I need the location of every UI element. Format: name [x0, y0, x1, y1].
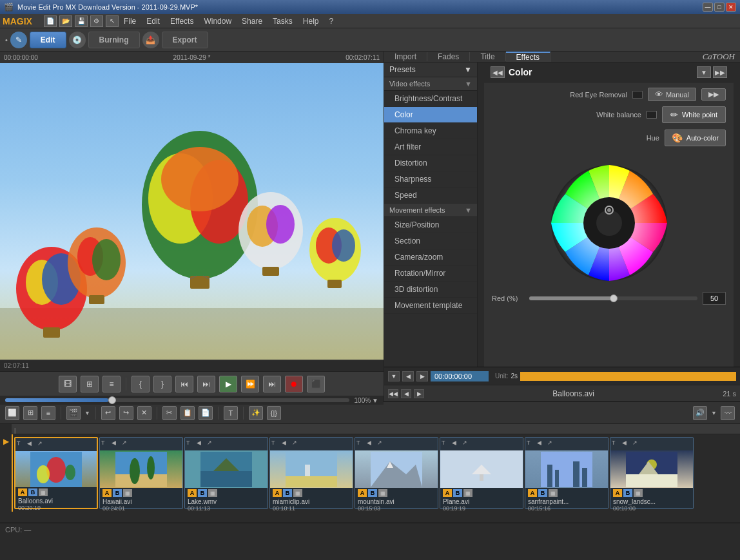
clip-expand-btn-h[interactable]: ↗	[122, 439, 131, 449]
forward-button[interactable]: ▶	[416, 371, 428, 381]
clip-audio-btn[interactable]: ◀	[27, 440, 36, 449]
white-balance-swatch[interactable]	[647, 111, 657, 119]
clip-text-btn-p[interactable]: T	[442, 439, 451, 449]
clip-lake[interactable]: T ◀ ↗	[184, 437, 268, 509]
clip-text-btn-l[interactable]: T	[186, 439, 195, 449]
clip-expand-btn-mt[interactable]: ↗	[377, 439, 386, 449]
clip-a-btn-sf[interactable]: A	[528, 489, 537, 497]
color-dropdown-button[interactable]: ▼	[697, 66, 711, 78]
clip-audio-btn-sn[interactable]: ◀	[622, 439, 631, 449]
skip-to-start-button[interactable]: ⏮	[175, 376, 193, 392]
cut-button[interactable]: ✂	[162, 406, 177, 420]
burning-mode-button[interactable]: Burning	[88, 32, 140, 48]
red-eye-checkbox[interactable]	[632, 91, 643, 99]
clip-b-btn-m[interactable]: B	[283, 489, 292, 497]
clip-text-btn-sf[interactable]: T	[527, 439, 536, 449]
clip-audio-btn-mt[interactable]: ◀	[367, 439, 376, 449]
effect-section[interactable]: Section	[384, 233, 477, 249]
edit-mode-icon[interactable]: ✎	[10, 32, 27, 48]
zoom-arrow[interactable]: ▼	[372, 397, 378, 404]
tab-fades[interactable]: Fades	[427, 52, 470, 61]
progress-track[interactable]	[5, 398, 349, 402]
copy-button[interactable]: 📋	[180, 406, 195, 420]
effect-3d-distortion[interactable]: 3D distortion	[384, 282, 477, 298]
preview-progress[interactable]: 100% ▼	[0, 396, 384, 405]
delete-button[interactable]: ✕	[137, 406, 151, 420]
effect-rotation-mirror[interactable]: Rotation/Mirror	[384, 266, 477, 282]
clip-sanfran[interactable]: T ◀ ↗	[525, 437, 609, 509]
volume-button[interactable]: 🔊	[693, 406, 707, 420]
mark-in-button[interactable]: {	[131, 376, 150, 392]
menu-help[interactable]: Help	[298, 15, 324, 27]
effect-size-position[interactable]: Size/Position	[384, 217, 477, 233]
new-button[interactable]: 📄	[44, 15, 57, 27]
mark-out-button[interactable]: }	[153, 376, 171, 392]
tab-effects[interactable]: Effects	[506, 52, 550, 62]
color-wheel-svg[interactable]	[548, 162, 670, 284]
effect-color[interactable]: Color	[384, 107, 477, 123]
menu-file[interactable]: File	[119, 15, 141, 27]
play-button[interactable]: ▶	[219, 376, 237, 392]
clip-audio-btn-l[interactable]: ◀	[197, 439, 206, 449]
manual-button[interactable]: 👁 Manual	[648, 88, 696, 101]
progress-thumb[interactable]	[108, 396, 116, 404]
storyboard-button[interactable]: ⊞	[23, 406, 37, 420]
list-view-button[interactable]: ≡	[102, 376, 121, 392]
menu-effects[interactable]: Effects	[165, 15, 199, 27]
color-back-button[interactable]: ◀◀	[491, 66, 505, 78]
clip-mountain[interactable]: T ◀ ↗	[355, 437, 438, 509]
move-button[interactable]: {|}	[267, 406, 281, 420]
volume-dropdown[interactable]: ▼	[711, 410, 717, 416]
settings-button[interactable]: ⚙	[90, 15, 103, 27]
track-button[interactable]: 🎬	[66, 406, 81, 420]
red-slider-value[interactable]: 50	[703, 292, 726, 305]
redo-button[interactable]: ↪	[119, 406, 133, 420]
clip-miami[interactable]: T ◀ ↗	[269, 437, 353, 509]
menu-question[interactable]: ?	[324, 15, 338, 27]
effect-camera-zoom[interactable]: Camera/zoom	[384, 249, 477, 266]
waveform-button[interactable]: 〰	[721, 406, 735, 420]
color-next-button[interactable]: ▶▶	[713, 66, 727, 78]
text-button[interactable]: T	[224, 406, 238, 420]
clip-text-btn-mt[interactable]: T	[356, 439, 365, 449]
minimize-button[interactable]: —	[703, 3, 713, 12]
edit-mode-button[interactable]: Edit	[30, 32, 66, 48]
effect-movement-template[interactable]: Movement template	[384, 298, 477, 314]
nav-back-button[interactable]: ◀	[401, 389, 411, 398]
save-button[interactable]: 💾	[75, 15, 88, 27]
color-panel-scrollbar[interactable]	[734, 63, 740, 367]
clip-hawaii[interactable]: T ◀ ↗	[99, 437, 183, 509]
clip-expand-btn-l[interactable]: ↗	[207, 439, 216, 449]
clip-plane[interactable]: T ◀ ↗	[440, 437, 523, 509]
grid-view-button[interactable]: ⊞	[81, 376, 99, 392]
clip-expand-btn[interactable]: ↗	[37, 440, 46, 449]
video-effects-header[interactable]: Video effects ▼	[384, 77, 477, 91]
effects-button[interactable]: ✨	[249, 406, 263, 420]
clip-text-btn-h[interactable]: T	[101, 439, 110, 449]
clip-view-button[interactable]: ⬜	[5, 406, 19, 420]
fullscreen-button[interactable]: ⬛	[307, 376, 325, 392]
clip-audio-btn-sf[interactable]: ◀	[537, 439, 546, 449]
clip-a-btn-sn[interactable]: A	[613, 489, 622, 497]
nav-prev-button[interactable]: ◀◀	[388, 389, 398, 398]
clip-audio-btn-p[interactable]: ◀	[452, 439, 461, 449]
menu-share[interactable]: Share	[237, 15, 268, 27]
clip-text-btn-m[interactable]: T	[271, 439, 280, 449]
export-mode-button[interactable]: Export	[162, 32, 208, 48]
clip-text-btn[interactable]: T	[17, 440, 26, 449]
clip-text-btn-sn[interactable]: T	[612, 439, 621, 449]
clip-expand-btn-sn[interactable]: ↗	[632, 439, 641, 449]
tab-title[interactable]: Title	[470, 52, 505, 61]
auto-color-button[interactable]: 🎨 Auto-color	[665, 130, 726, 146]
clip-a-btn-l[interactable]: A	[188, 489, 197, 497]
maximize-button[interactable]: □	[714, 3, 725, 12]
movement-effects-header[interactable]: Movement effects ▼	[384, 204, 477, 217]
menu-window[interactable]: Window	[199, 15, 237, 27]
clip-audio-btn-h[interactable]: ◀	[112, 439, 121, 449]
close-button[interactable]: ✕	[726, 3, 736, 12]
paste-button[interactable]: 📄	[199, 406, 213, 420]
nav-next-button[interactable]: ▶	[414, 389, 424, 398]
white-point-button[interactable]: ✏ White point	[662, 106, 726, 123]
presets-dropdown[interactable]: Presets ▼	[384, 63, 477, 77]
clip-b-btn-h[interactable]: B	[113, 489, 122, 497]
